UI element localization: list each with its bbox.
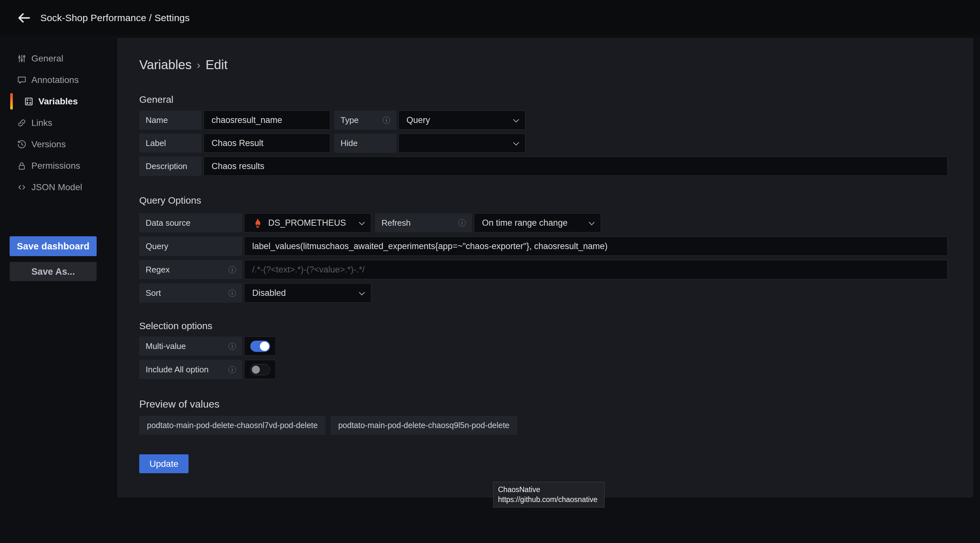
update-button[interactable]: Update — [139, 454, 189, 473]
multi-value-toggle[interactable] — [244, 336, 276, 356]
page-title: Sock-Shop Performance / Settings — [40, 13, 190, 23]
settings-nav: General Annotations Variables Links Vers — [0, 35, 112, 198]
sidebar-item-links[interactable]: Links — [0, 112, 112, 134]
preview-heading: Preview of values — [139, 398, 948, 410]
arrow-left-icon — [16, 11, 31, 25]
info-icon[interactable]: i — [229, 266, 236, 274]
label-hide-row: Label Hide — [139, 134, 948, 153]
multi-value-row: Multi-value i — [139, 336, 948, 356]
settings-sidebar: General Annotations Variables Links Vers — [0, 35, 112, 543]
query-input[interactable] — [244, 237, 948, 256]
regex-row: Regex i — [139, 260, 948, 279]
hide-label: Hide — [334, 134, 396, 153]
chevron-down-icon — [513, 140, 519, 145]
label-input[interactable] — [204, 134, 330, 153]
code-icon — [17, 183, 27, 192]
info-icon[interactable]: i — [383, 116, 390, 124]
toggle-off-switch — [250, 364, 270, 375]
sliders-icon — [17, 54, 27, 64]
lock-icon — [17, 161, 27, 170]
general-section-heading: General — [139, 94, 948, 105]
sidebar-item-general[interactable]: General — [0, 48, 112, 69]
save-as-button[interactable]: Save As... — [10, 262, 97, 281]
sidebar-item-json-model[interactable]: JSON Model — [0, 177, 112, 198]
variables-edit-panel: Variables › Edit General Name Type i Que… — [118, 38, 973, 497]
refresh-label: Refresh i — [375, 213, 472, 232]
sidebar-item-label: Links — [31, 118, 52, 128]
sidebar-item-permissions[interactable]: Permissions — [0, 155, 112, 177]
preview-value-chip: podtato-main-pod-delete-chaosnl7vd-pod-d… — [139, 416, 326, 435]
label-label: Label — [139, 134, 202, 153]
sidebar-item-label: Annotations — [31, 75, 79, 85]
sidebar-item-label: Variables — [38, 96, 78, 107]
preview-values: podtato-main-pod-delete-chaosnl7vd-pod-d… — [139, 416, 948, 435]
history-icon — [17, 140, 27, 149]
tooltip-title: ChaosNative — [498, 485, 600, 495]
comment-icon — [17, 75, 27, 85]
description-row: Description — [139, 156, 948, 176]
name-label: Name — [139, 110, 202, 130]
breadcrumb: Variables › Edit — [139, 57, 948, 72]
info-icon[interactable]: i — [229, 290, 236, 297]
preview-value-chip: podtato-main-pod-delete-chaosq9l5n-pod-d… — [331, 416, 517, 435]
calculator-icon — [24, 97, 33, 106]
datasource-refresh-row: Data source DS_PROMETHEUS Refresh i On t… — [139, 213, 948, 232]
tooltip-url: https://github.com/chaosnative — [498, 495, 600, 505]
description-input[interactable] — [204, 156, 948, 176]
info-icon[interactable]: i — [229, 366, 236, 373]
breadcrumb-separator: › — [197, 59, 200, 71]
query-label: Query — [139, 237, 242, 256]
query-row: Query — [139, 237, 948, 256]
sidebar-item-label: Versions — [31, 139, 65, 150]
sidebar-item-label: JSON Model — [31, 182, 82, 193]
breadcrumb-variables-link[interactable]: Variables — [139, 57, 192, 72]
description-label: Description — [139, 156, 202, 176]
query-options-heading: Query Options — [139, 195, 948, 206]
chevron-down-icon — [589, 219, 594, 225]
selection-options-heading: Selection options — [139, 320, 948, 331]
sidebar-actions: Save dashboard Save As... — [0, 236, 112, 281]
breadcrumb-current: Edit — [205, 57, 228, 72]
sort-label: Sort i — [139, 283, 242, 303]
chevron-down-icon — [359, 290, 364, 295]
info-icon[interactable]: i — [458, 219, 466, 227]
refresh-dropdown[interactable]: On time range change — [474, 213, 601, 232]
chevron-down-icon — [359, 219, 364, 225]
include-all-row: Include All option i — [139, 360, 948, 379]
include-all-label: Include All option i — [139, 360, 242, 379]
type-label: Type i — [334, 110, 396, 130]
prometheus-icon — [252, 217, 263, 228]
sort-dropdown[interactable]: Disabled — [244, 283, 371, 303]
sidebar-item-annotations[interactable]: Annotations — [0, 69, 112, 91]
chevron-down-icon — [513, 116, 519, 122]
back-button[interactable] — [13, 8, 34, 28]
name-input[interactable] — [204, 110, 330, 130]
info-icon[interactable]: i — [229, 342, 236, 350]
sidebar-item-label: General — [31, 54, 64, 64]
datasource-tooltip: ChaosNative https://github.com/chaosnati… — [493, 482, 605, 508]
save-dashboard-button[interactable]: Save dashboard — [10, 236, 97, 256]
include-all-toggle[interactable] — [244, 360, 276, 379]
regex-label: Regex i — [139, 260, 242, 279]
sidebar-item-versions[interactable]: Versions — [0, 134, 112, 155]
toggle-on-switch — [250, 341, 270, 352]
name-type-row: Name Type i Query — [139, 110, 948, 130]
datasource-label: Data source — [139, 213, 242, 232]
link-icon — [17, 118, 27, 128]
type-dropdown[interactable]: Query — [398, 110, 525, 130]
regex-input[interactable] — [244, 260, 948, 279]
sort-row: Sort i Disabled — [139, 283, 948, 303]
sidebar-item-label: Permissions — [31, 161, 80, 171]
sidebar-item-variables[interactable]: Variables — [0, 91, 112, 112]
hide-dropdown[interactable] — [398, 134, 525, 153]
top-bar: Sock-Shop Performance / Settings — [0, 0, 980, 35]
datasource-dropdown[interactable]: DS_PROMETHEUS — [244, 213, 371, 232]
multi-value-label: Multi-value i — [139, 336, 242, 356]
